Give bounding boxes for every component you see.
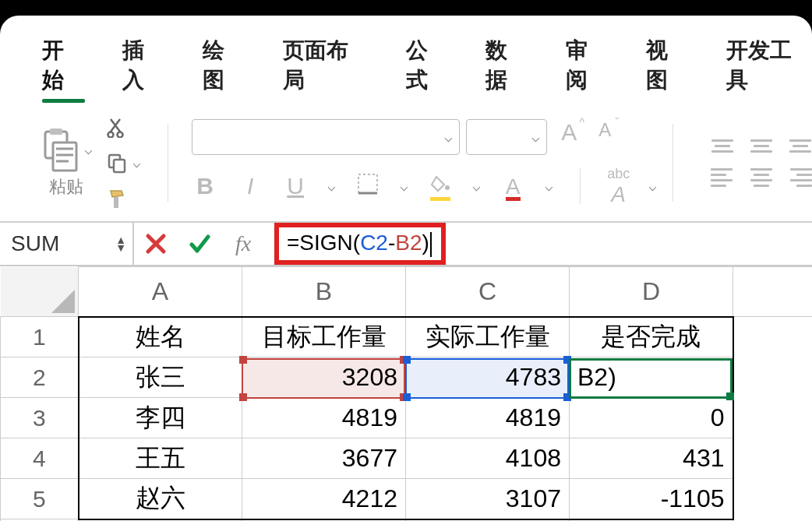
row-header-3[interactable]: 3 — [1, 398, 79, 438]
cell-d5[interactable]: -1105 — [570, 479, 733, 519]
formula-input[interactable]: =SIGN(C2-B2) — [265, 223, 812, 265]
cell-c2[interactable]: 4783 — [406, 357, 570, 398]
underline-button[interactable]: U — [282, 173, 309, 199]
tab-formulas[interactable]: 公式 — [406, 36, 449, 95]
phonetic-button[interactable]: abcA — [607, 166, 630, 207]
cell-b4[interactable]: 3677 — [242, 438, 406, 479]
clipboard-icon[interactable] — [41, 127, 79, 172]
cell-a4[interactable]: 王五 — [79, 438, 242, 479]
svg-point-6 — [108, 132, 114, 138]
fill-color-button[interactable] — [427, 173, 454, 199]
align-middle-button[interactable] — [750, 139, 773, 153]
formula-ref-b2: B2 — [395, 231, 422, 255]
copy-button[interactable]: ⌵ — [106, 150, 141, 176]
fx-icon: fx — [235, 231, 251, 256]
formula-bar: SUM ▲▼ fx =SIGN(C2-B2) — [0, 223, 812, 266]
row-header-1[interactable]: 1 — [1, 317, 79, 357]
underline-dropdown-icon[interactable]: ⌵ — [327, 178, 336, 195]
name-box-spinner[interactable]: ▲▼ — [115, 236, 126, 252]
align-bottom-button[interactable] — [789, 139, 812, 153]
align-right-button[interactable] — [789, 168, 812, 187]
cell-e1[interactable] — [733, 317, 813, 357]
formula-ref-c2: C2 — [360, 231, 388, 255]
tab-developer[interactable]: 开发工具 — [726, 36, 812, 95]
font-size-select[interactable]: ⌵ — [466, 119, 547, 155]
tab-view[interactable]: 视图 — [646, 36, 689, 95]
svg-rect-11 — [358, 174, 377, 193]
align-center-button[interactable] — [750, 168, 773, 187]
toolbar: ⌵ 粘贴 ⌵ ⌵ ⌵ A^ Aˇ B — [0, 103, 812, 223]
font-name-select[interactable]: ⌵ — [192, 119, 460, 155]
formula-text-minus: - — [388, 231, 395, 255]
tab-insert[interactable]: 插入 — [122, 36, 165, 95]
column-header-d[interactable]: D — [570, 267, 733, 317]
clipboard-tools: ⌵ — [106, 114, 141, 212]
cell-c1[interactable]: 实际工作量 — [406, 317, 570, 357]
name-box-value: SUM — [11, 231, 59, 256]
tab-review[interactable]: 审阅 — [566, 36, 609, 95]
ribbon-tabs: 开始 插入 绘图 页面布局 公式 数据 审阅 视图 开发工具 — [0, 16, 812, 103]
cell-b3[interactable]: 4819 — [242, 398, 406, 438]
tab-page-layout[interactable]: 页面布局 — [283, 36, 369, 95]
cut-button[interactable] — [106, 114, 141, 140]
border-button[interactable] — [355, 172, 381, 201]
cell-a5[interactable]: 赵六 — [79, 479, 242, 519]
paste-label: 粘贴 — [49, 175, 83, 199]
insert-function-button[interactable]: fx — [221, 223, 265, 265]
select-all-corner[interactable] — [1, 267, 79, 317]
cell-e3[interactable] — [733, 398, 813, 438]
bold-button[interactable]: B — [192, 173, 218, 199]
cell-d3[interactable]: 0 — [570, 398, 733, 438]
tab-home[interactable]: 开始 — [42, 36, 85, 95]
column-header-empty[interactable] — [733, 267, 813, 317]
column-header-a[interactable]: A — [79, 267, 242, 317]
align-top-button[interactable] — [711, 139, 734, 153]
fill-handle[interactable] — [726, 393, 734, 400]
cell-a1[interactable]: 姓名 — [79, 317, 242, 357]
row-header-4[interactable]: 4 — [1, 438, 79, 479]
increase-font-button[interactable]: A^ — [553, 119, 584, 155]
cell-e4[interactable] — [733, 438, 813, 479]
tab-data[interactable]: 数据 — [485, 36, 528, 95]
cell-b1[interactable]: 目标工作量 — [242, 317, 406, 357]
cell-e5[interactable] — [733, 479, 813, 519]
border-dropdown-icon[interactable]: ⌵ — [400, 178, 408, 195]
row-header-5[interactable]: 5 — [1, 479, 79, 519]
align-left-button[interactable] — [711, 168, 734, 187]
cell-e2[interactable] — [733, 357, 813, 398]
cell-a2[interactable]: 张三 — [79, 357, 242, 398]
paste-dropdown-icon[interactable]: ⌵ — [84, 141, 93, 158]
formula-text-prefix: =SIGN( — [287, 231, 360, 255]
cancel-formula-button[interactable] — [134, 223, 178, 265]
decrease-font-button[interactable]: Aˇ — [591, 119, 619, 155]
format-painter-button[interactable] — [106, 185, 141, 212]
cell-c4[interactable]: 4108 — [406, 438, 570, 479]
cell-d1[interactable]: 是否完成 — [570, 317, 733, 357]
phonetic-dropdown-icon[interactable]: ⌵ — [648, 178, 657, 195]
font-color-button[interactable]: A — [500, 173, 526, 199]
cell-c3[interactable]: 4819 — [406, 398, 570, 438]
row-header-2[interactable]: 2 — [1, 357, 79, 398]
name-box[interactable]: SUM ▲▼ — [3, 223, 134, 265]
accept-formula-button[interactable] — [178, 223, 221, 265]
column-header-b[interactable]: B — [242, 267, 406, 317]
svg-point-7 — [118, 132, 123, 138]
font-color-dropdown-icon[interactable]: ⌵ — [545, 178, 553, 195]
toolbar-divider-2 — [580, 168, 581, 204]
column-header-c[interactable]: C — [406, 267, 570, 317]
copy-dropdown-icon[interactable]: ⌵ — [132, 154, 141, 171]
text-cursor — [430, 232, 432, 257]
chevron-down-icon: ⌵ — [444, 128, 453, 146]
cell-b5[interactable]: 4212 — [242, 479, 406, 519]
fill-dropdown-icon[interactable]: ⌵ — [472, 178, 481, 195]
spreadsheet-grid[interactable]: A B C D 1 姓名 目标工作量 实际工作量 是否完成 2 张三 3208 … — [0, 266, 812, 521]
tab-draw[interactable]: 绘图 — [203, 36, 245, 95]
cell-b2[interactable]: 3208 — [242, 357, 406, 398]
cell-d4[interactable]: 431 — [570, 438, 733, 479]
svg-point-13 — [445, 185, 450, 190]
cell-c5[interactable]: 3107 — [406, 479, 570, 519]
toolbar-divider-3 — [673, 124, 673, 202]
cell-a3[interactable]: 李四 — [79, 398, 242, 438]
cell-d2-active[interactable]: B2) — [570, 357, 733, 398]
italic-button[interactable]: I — [237, 173, 263, 199]
